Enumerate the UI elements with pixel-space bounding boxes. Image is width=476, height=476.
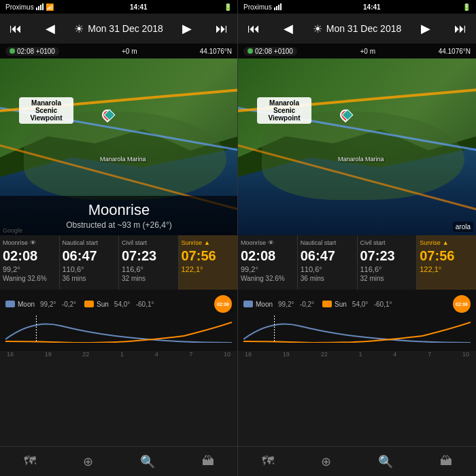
direction-marker-left: [103, 108, 116, 122]
sunrise-degree-right: 122,1°: [420, 265, 473, 273]
col-moonrise-right: Moonrise 👁 02:08 99,2° Waning 32.6%: [238, 235, 298, 290]
time-left: 14:41: [130, 3, 148, 11]
nav-search-right[interactable]: 🔍: [378, 454, 393, 469]
map-area-right[interactable]: Manarola Scenic Viewpoint Manarola Marin…: [238, 58, 476, 235]
sun-icon-toolbar-left: ☀: [74, 22, 84, 35]
map-satellite-right: Manarola Scenic Viewpoint Manarola Marin…: [238, 58, 476, 235]
moon-values-right: 99,2° -0,2°: [278, 301, 314, 308]
moonrise-extra-left: Waning 32.6%: [3, 275, 56, 282]
civil-degree-left: 116,6°: [122, 265, 175, 273]
nav-mountain-right[interactable]: 🏔: [440, 454, 452, 469]
nav-map-right[interactable]: 🗺: [262, 454, 274, 469]
toolbar-left: ⏮ ◀ ☀ Mon 31 Dec 2018 ▶ ⏭: [0, 14, 237, 44]
nautical-time-left: 06:47: [63, 248, 116, 264]
col-label-nautical-right: Nautical start: [301, 239, 337, 246]
eye-icon-right: 👁: [268, 239, 274, 246]
chart-ticks-left: 16 19 22 1 4 7 10: [5, 351, 232, 358]
carrier-right: Proximus: [243, 3, 272, 11]
data-table-right: Moonrise 👁 02:08 99,2° Waning 32.6% Naut…: [238, 235, 476, 290]
moonrise-time-left: 02:08: [3, 248, 56, 264]
moonrise-degree-right: 99,2°: [241, 265, 294, 273]
map-area-left[interactable]: Manarola Scenic Viewpoint Manarola Marin…: [0, 58, 238, 235]
sun-color-right: [322, 301, 332, 307]
location-label-right: Manarola Scenic Viewpoint: [257, 97, 311, 124]
marina-label-left: Manarola Marina: [100, 156, 146, 163]
nav-compass-left[interactable]: ⊕: [83, 454, 93, 469]
legend-sun-left: Sun 54,0° -60,1°: [84, 295, 154, 313]
prev-btn-left[interactable]: ◀: [41, 18, 59, 39]
prev-btn-right[interactable]: ◀: [279, 18, 297, 39]
status-bar-left: Proximus 📶 14:41 🔋: [0, 0, 237, 14]
civil-time-left: 07:23: [122, 248, 175, 264]
col-nautical-right: Nautical start 06:47 110,6° 36 mins: [298, 235, 358, 290]
next-btn-left[interactable]: ▶: [178, 18, 196, 39]
right-panel: Proximus 14:41 🔋 ⏮ ◀ ☀ Mon 31 Dec 2018 ▶…: [238, 0, 476, 476]
sunrise-time-left: 07:56: [182, 248, 235, 264]
skip-next-btn-left[interactable]: ⏭: [211, 19, 232, 39]
moonrise-extra-right: Waning 32.6%: [241, 275, 294, 282]
status-bar-right: Proximus 14:41 🔋: [238, 0, 476, 14]
mountain-icon-left: 🏔: [202, 454, 214, 469]
sun-values-left: 54,0° -60,1°: [114, 301, 154, 308]
nav-mountain-left[interactable]: 🏔: [202, 454, 214, 469]
dot-indicator-right: [248, 48, 253, 54]
civil-extra-right: 32 mins: [360, 275, 414, 282]
civil-time-right: 07:23: [360, 248, 414, 264]
col-label-civil-right: Civil start: [360, 239, 386, 246]
chart-legend-left: Moon 99,2° -0,2° Sun 54,0° -60,1°: [5, 295, 232, 313]
time-marker-left[interactable]: 02:08: [214, 295, 232, 313]
nav-compass-right[interactable]: ⊕: [321, 454, 331, 469]
chart-area-left: Moon 99,2° -0,2° Sun 54,0° -60,1°: [0, 290, 237, 351]
status-left: Proximus 📶: [5, 3, 54, 11]
status-right-right: 🔋: [462, 3, 471, 11]
nautical-extra-right: 36 mins: [301, 275, 354, 282]
time-marker-right[interactable]: 02:08: [453, 295, 471, 313]
sunrise-time-right: 07:56: [420, 248, 473, 264]
sort-up-icon-right: ▲: [443, 239, 449, 246]
search-icon-right: 🔍: [378, 454, 393, 469]
col-sunrise-left: Sunrise ▲ 07:56 122,1°: [179, 235, 238, 290]
civil-extra-left: 32 mins: [122, 275, 175, 282]
skip-prev-btn-left[interactable]: ⏮: [5, 19, 26, 39]
legend-moon-left: Moon 99,2° -0,2°: [5, 295, 76, 313]
col-label-moonrise-right: Moonrise: [241, 239, 266, 246]
signal-bars-left: [36, 3, 44, 10]
next-btn-right[interactable]: ▶: [417, 18, 435, 39]
sun-values-right: 54,0° -60,1°: [352, 301, 392, 308]
mountain-icon-right: 🏔: [440, 454, 452, 469]
marina-label-right: Manarola Marina: [338, 156, 384, 163]
bottom-nav-right: 🗺 ⊕ 🔍 🏔: [238, 446, 476, 476]
compass-icon-left: ⊕: [83, 454, 93, 469]
info-bar-right: 02:08 +0100 +0 m 44.1076°N: [238, 44, 476, 58]
col-label-sunrise-left: Sunrise: [182, 239, 203, 246]
time-badge-right: 02:08 +0100: [243, 47, 297, 56]
time-right: 14:41: [363, 3, 381, 11]
dot-indicator-left: [10, 48, 15, 54]
chart-canvas-right: [243, 316, 471, 350]
map-icon-left: 🗺: [24, 454, 36, 469]
bottom-nav-left: 🗺 ⊕ 🔍 🏔: [0, 446, 237, 476]
nav-search-left[interactable]: 🔍: [140, 454, 155, 469]
time-marker-container-right: 02:08: [453, 295, 471, 313]
coords-right: 44.1076°N: [439, 48, 471, 55]
skip-prev-btn-right[interactable]: ⏮: [243, 19, 264, 39]
col-nautical-left: Nautical start 06:47 110,6° 36 mins: [60, 235, 120, 290]
moon-color-left: [5, 301, 15, 307]
nav-map-left[interactable]: 🗺: [24, 454, 36, 469]
sort-up-icon-left: ▲: [204, 239, 210, 246]
chart-canvas-left: [5, 316, 232, 350]
chart-svg-left: [5, 316, 232, 343]
sun-icon-toolbar-right: ☀: [313, 22, 322, 35]
skip-next-btn-right[interactable]: ⏭: [450, 19, 471, 39]
time-badge-left: 02:08 +0100: [5, 47, 59, 56]
moon-color-right: [243, 301, 253, 307]
sun-color-left: [84, 301, 94, 307]
col-label-sunrise-right: Sunrise: [420, 239, 441, 246]
status-right-left: 🔋: [224, 3, 232, 11]
eye-icon-left: 👁: [30, 239, 36, 246]
date-label-left: Mon 31 Dec 2018: [88, 23, 163, 34]
time-marker-container-left: 02:08: [214, 295, 232, 313]
moonrise-overlay-left: Moonrise Obstructed at ~93 m (+26,4°): [0, 196, 238, 235]
col-civil-right: Civil start 07:23 116,6° 32 mins: [358, 235, 418, 290]
civil-degree-right: 116,6°: [360, 265, 414, 273]
